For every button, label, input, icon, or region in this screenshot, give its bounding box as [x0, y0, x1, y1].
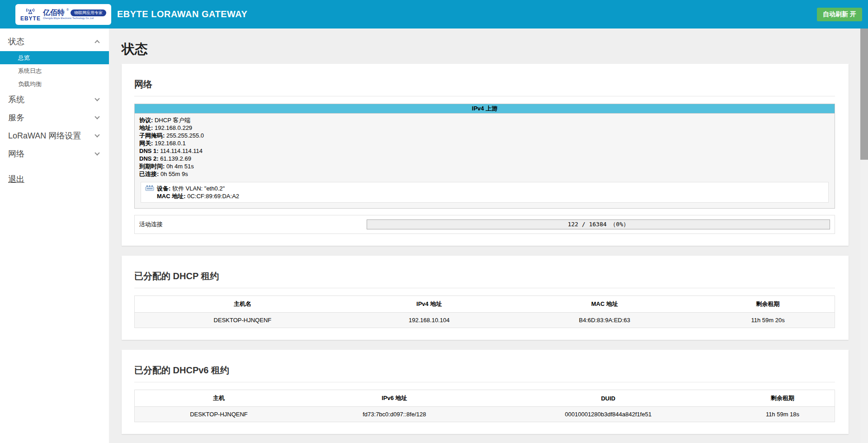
dhcp-mac: B4:6D:83:9A:ED:63: [508, 313, 701, 328]
mac-line: MAC 地址: 0C:CF:89:69:DA:A2: [157, 192, 239, 200]
logo-chinese-name: 亿佰特: [43, 9, 65, 16]
ebyte-logo: EBYTE 亿佰特 ® 物联网应用专家 Chengdu Ebyte Electr…: [15, 4, 111, 25]
divider: [134, 382, 835, 382]
dhcpv6-header-row: 主机 IPv6 地址 DUID 剩余租期: [135, 390, 835, 407]
device-value: 软件 VLAN: "eth0.2": [172, 185, 225, 192]
sidebar-group-lorawan-settings[interactable]: LoRaWAN 网络设置: [0, 127, 109, 145]
divider: [134, 96, 835, 96]
protocol-row: 协议: DHCP 客户端: [139, 116, 830, 124]
sidebar-nav: 状态 总览 系统日志 负载均衡 系统 服务 LoRaWAN 网络设置 网络: [0, 29, 109, 188]
dhcp-leases-card: 已分配的 DHCP 租约 主机名 IPv4 地址 MAC 地址 剩余租期 DES…: [122, 256, 849, 340]
sidebar-item-load-balancing-label: 负载均衡: [18, 80, 42, 88]
connected-row: 已连接: 0h 55m 9s: [139, 170, 830, 178]
dhcp-col-leasetime: 剩余租期: [701, 296, 835, 313]
gateway-label: 网关:: [139, 140, 153, 147]
sidebar-group-status[interactable]: 状态: [0, 32, 109, 51]
dhcpv6-ipv6: fd73:7bc0:d097::8fe/128: [303, 407, 486, 422]
ipv4-upstream-body: 协议: DHCP 客户端 地址: 192.168.0.229 子网掩码: 255…: [135, 114, 835, 208]
logo-company-name: Chengdu Ebyte Electronic Technology Co.,…: [43, 17, 106, 20]
dhcp-leases-table: 主机名 IPv4 地址 MAC 地址 剩余租期 DESKTOP-HJNQENF …: [134, 295, 835, 328]
sidebar-group-services[interactable]: 服务: [0, 109, 109, 127]
address-value: 192.168.0.229: [155, 124, 192, 131]
connected-label: 已连接:: [139, 171, 159, 177]
antenna-icon: [24, 7, 36, 16]
dhcp-header-row: 主机名 IPv4 地址 MAC 地址 剩余租期: [135, 296, 835, 313]
dns1-value: 114.114.114.114: [160, 148, 203, 154]
dhcp-col-ipv4: IPv4 地址: [350, 296, 508, 313]
ipv4-upstream-header: IPv4 上游: [135, 104, 835, 114]
logout-link[interactable]: 退出: [0, 170, 109, 188]
netmask-label: 子网掩码:: [139, 132, 165, 139]
protocol-value: DHCP 客户端: [155, 117, 190, 124]
dhcpv6-col-duid: DUID: [486, 390, 731, 407]
device-box: 设备: 软件 VLAN: "eth0.2" MAC 地址: 0C:CF:89:6…: [141, 182, 829, 203]
chevron-down-icon: [94, 114, 99, 119]
dhcp-leasetime: 11h 59m 20s: [701, 313, 835, 328]
expires-value: 0h 4m 51s: [166, 163, 194, 170]
registered-mark: ®: [66, 8, 69, 11]
ebyte-logo-text: 亿佰特 ® 物联网应用专家 Chengdu Ebyte Electronic T…: [43, 9, 106, 20]
sidebar-item-overview[interactable]: 总览: [0, 51, 109, 64]
sidebar-group-lorawan-settings-label: LoRaWAN 网络设置: [8, 130, 81, 141]
logout-label: 退出: [8, 174, 24, 185]
scrollbar-thumb[interactable]: [860, 29, 868, 160]
gateway-row: 网关: 192.168.0.1: [139, 139, 830, 147]
table-row: DESKTOP-HJNQENF fd73:7bc0:d097::8fe/128 …: [135, 407, 835, 422]
dhcp-col-hostname: 主机名: [135, 296, 350, 313]
mac-label: MAC 地址:: [157, 193, 186, 200]
dns1-label: DNS 1:: [139, 148, 159, 154]
ipv4-upstream-table: IPv4 上游 协议: DHCP 客户端 地址: 192.168.0.229 子…: [134, 104, 835, 209]
dhcp-hostname: DESKTOP-HJNQENF: [135, 313, 350, 328]
expires-label: 到期时间:: [139, 163, 165, 170]
logo-badge: 物联网应用专家: [71, 10, 106, 16]
sidebar-group-network-label: 网络: [8, 148, 24, 159]
auto-refresh-toggle-button[interactable]: 自动刷新 开: [817, 8, 862, 21]
sidebar-group-status-label: 状态: [8, 36, 24, 47]
dns2-row: DNS 2: 61.139.2.69: [139, 155, 830, 162]
chevron-up-icon: [94, 40, 99, 45]
dhcpv6-leasetime: 11h 59m 18s: [731, 407, 835, 422]
sidebar-item-system-log-label: 系统日志: [18, 67, 42, 75]
ebyte-logo-mark: EBYTE: [20, 7, 41, 21]
sidebar: 状态 总览 系统日志 负载均衡 系统 服务 LoRaWAN 网络设置 网络: [0, 29, 109, 443]
top-header-bar: EBYTE 亿佰特 ® 物联网应用专家 Chengdu Ebyte Electr…: [0, 0, 868, 29]
active-connections-label: 活动连接: [139, 220, 367, 229]
sidebar-item-load-balancing[interactable]: 负载均衡: [0, 77, 109, 91]
sidebar-group-system[interactable]: 系统: [0, 91, 109, 109]
sidebar-item-overview-label: 总览: [18, 54, 30, 62]
chevron-down-icon: [94, 132, 99, 137]
dhcpv6-col-ipv6: IPv6 地址: [303, 390, 486, 407]
chevron-down-icon: [94, 150, 99, 155]
gateway-value: 192.168.0.1: [155, 140, 186, 147]
network-card: 网络 IPv4 上游 协议: DHCP 客户端 地址: 192.168.0.22…: [122, 64, 849, 246]
sidebar-group-network[interactable]: 网络: [0, 145, 109, 163]
sidebar-item-system-log[interactable]: 系统日志: [0, 64, 109, 77]
table-row: DESKTOP-HJNQENF 192.168.10.104 B4:6D:83:…: [135, 313, 835, 328]
dns2-value: 61.139.2.69: [160, 155, 191, 162]
ethernet-device-icon: [145, 185, 154, 193]
app-title: EBYTE LORAWAN GATEWAY: [117, 9, 247, 19]
protocol-label: 协议:: [139, 117, 153, 124]
dhcpv6-duid: 00010001280b3df844a842f1fe51: [486, 407, 731, 422]
netmask-value: 255.255.255.0: [166, 132, 204, 139]
dns2-label: DNS 2:: [139, 155, 159, 162]
sidebar-group-services-label: 服务: [8, 112, 24, 123]
expires-row: 到期时间: 0h 4m 51s: [139, 162, 830, 170]
logo-brand-text: EBYTE: [20, 16, 41, 21]
dns1-row: DNS 1: 114.114.114.114: [139, 147, 830, 155]
connected-value: 0h 55m 9s: [160, 171, 188, 177]
divider: [134, 288, 835, 288]
dhcp-col-mac: MAC 地址: [508, 296, 701, 313]
main-content: 状态 网络 IPv4 上游 协议: DHCP 客户端 地址: 192.168.0…: [109, 0, 860, 443]
device-info: 设备: 软件 VLAN: "eth0.2" MAC 地址: 0C:CF:89:6…: [157, 185, 239, 200]
scrollbar[interactable]: [860, 29, 868, 443]
dhcp-leases-title: 已分配的 DHCP 租约: [134, 264, 835, 288]
page-title: 状态: [122, 40, 849, 58]
chevron-down-icon: [94, 96, 99, 101]
address-row: 地址: 192.168.0.229: [139, 124, 830, 132]
dhcpv6-col-leasetime: 剩余租期: [731, 390, 835, 407]
device-label: 设备:: [157, 185, 170, 192]
dhcpv6-leases-card: 已分配的 DHCPv6 租约 主机 IPv6 地址 DUID 剩余租期 DESK…: [122, 350, 849, 434]
dhcpv6-leases-table: 主机 IPv6 地址 DUID 剩余租期 DESKTOP-HJNQENF fd7…: [134, 390, 835, 422]
sidebar-group-system-label: 系统: [8, 94, 24, 105]
